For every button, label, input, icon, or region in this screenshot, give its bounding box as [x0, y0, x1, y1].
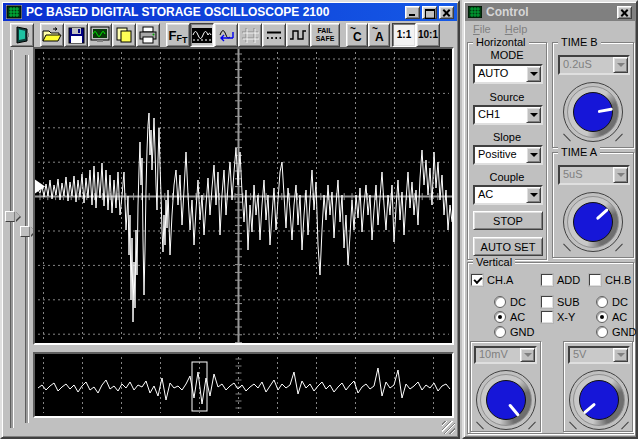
- chb-volts-knob[interactable]: [572, 373, 626, 427]
- cha-ac-radio[interactable]: [494, 311, 506, 323]
- temp-c-button[interactable]: ~ C: [346, 23, 368, 47]
- cha-range-dropdown-button[interactable]: [520, 348, 535, 362]
- main-window: PC BASED DIGITAL STORAGE OSCILLOSCOPE 21…: [0, 0, 460, 439]
- chb-ac-label[interactable]: AC: [612, 311, 627, 323]
- cha-volts-knob[interactable]: [479, 373, 533, 427]
- source-dropdown-button[interactable]: [526, 107, 541, 123]
- resize-grip[interactable]: [442, 421, 455, 434]
- wave-return-arrow-icon: [216, 27, 236, 43]
- control-close-icon[interactable]: [617, 6, 632, 19]
- time-b-combobox[interactable]: 0.2uS: [558, 55, 630, 75]
- horizontal-group-label: Horizontal: [473, 36, 529, 48]
- cha-gnd-label[interactable]: GND: [510, 326, 534, 338]
- time-a-dropdown-button[interactable]: [613, 167, 628, 183]
- cha-dc-radio[interactable]: [494, 296, 506, 308]
- chb-gnd-radio[interactable]: [596, 326, 608, 338]
- stop-button[interactable]: STOP: [473, 211, 543, 230]
- temp-a-button[interactable]: ~ A: [368, 23, 390, 47]
- cha-checkbox-label[interactable]: CH.A: [487, 274, 513, 286]
- print-button[interactable]: [136, 23, 160, 47]
- couple-dropdown-button[interactable]: [526, 187, 541, 203]
- chb-dc-radio[interactable]: [596, 296, 608, 308]
- chb-dc-label[interactable]: DC: [612, 296, 628, 308]
- square-wave-button[interactable]: [286, 23, 310, 47]
- cha-range-value: 10mV: [479, 348, 508, 360]
- failsafe-button[interactable]: FAIL SAFE: [310, 23, 340, 47]
- couple-label: Couple: [468, 171, 546, 183]
- chb-checkbox-label[interactable]: CH.B: [605, 274, 631, 286]
- couple-combobox[interactable]: AC: [473, 185, 543, 205]
- slope-combobox[interactable]: Positive: [473, 145, 543, 165]
- probe-1-1-button[interactable]: 1:1: [392, 23, 416, 47]
- chevron-down-icon: [617, 63, 625, 67]
- maximize-icon[interactable]: [422, 6, 437, 19]
- cha-range-combobox[interactable]: 10mV: [474, 346, 537, 364]
- cha-checkbox[interactable]: [471, 274, 483, 286]
- time-a-combobox[interactable]: 5uS: [558, 165, 630, 185]
- chevron-down-icon: [617, 353, 625, 357]
- close-icon[interactable]: [439, 6, 454, 19]
- auto-set-button[interactable]: AUTO SET: [473, 237, 543, 256]
- printer-icon: [138, 26, 158, 44]
- open-button[interactable]: [40, 23, 64, 47]
- fft-label-t: T: [182, 35, 188, 45]
- add-checkbox-label[interactable]: ADD: [557, 274, 580, 286]
- position-slider-track-2[interactable]: [25, 55, 29, 423]
- main-scope-display: [33, 47, 454, 345]
- chb-gnd-label[interactable]: GND: [612, 326, 636, 338]
- time-b-knob[interactable]: [566, 85, 620, 139]
- copy-button[interactable]: [112, 23, 136, 47]
- mode-dropdown-button[interactable]: [526, 66, 541, 82]
- time-b-dropdown-button[interactable]: [613, 57, 628, 73]
- source-label: Source: [468, 91, 546, 103]
- time-b-group-label: TIME B: [558, 36, 601, 48]
- vertical-group: Vertical CH.A ADD CH.B DC AC GND SUB X-Y…: [467, 262, 634, 434]
- chevron-down-icon: [530, 113, 538, 117]
- position-slider-thumb-2[interactable]: [20, 226, 30, 237]
- cha-gnd-radio[interactable]: [494, 326, 506, 338]
- time-a-knob[interactable]: [566, 195, 620, 249]
- app-icon: [6, 5, 22, 19]
- failsafe-label-1: FAIL: [316, 27, 335, 35]
- cha-panel: 10mV: [470, 341, 541, 432]
- chb-range-dropdown-button[interactable]: [613, 348, 628, 362]
- chb-ac-radio[interactable]: [596, 311, 608, 323]
- mode-value: AUTO: [478, 67, 508, 79]
- chb-range-value: 5V: [573, 348, 586, 360]
- temp-c-label: C: [353, 30, 362, 44]
- probe-10-1-button[interactable]: 10:1: [416, 23, 440, 47]
- mode-combobox[interactable]: AUTO: [473, 64, 543, 84]
- control-window-title: Control: [486, 5, 529, 19]
- grid-button[interactable]: [238, 23, 262, 47]
- save-button[interactable]: [64, 23, 88, 47]
- chevron-down-icon: [530, 193, 538, 197]
- xy-checkbox-label[interactable]: X-Y: [557, 311, 575, 323]
- slope-dropdown-button[interactable]: [526, 147, 541, 163]
- add-checkbox[interactable]: [541, 274, 553, 286]
- sub-checkbox[interactable]: [541, 296, 553, 308]
- dotted-line-button[interactable]: [262, 23, 286, 47]
- exit-button[interactable]: [10, 23, 34, 47]
- chb-range-combobox[interactable]: 5V: [568, 346, 630, 364]
- control-window: Control File Help Horizontal MODE AUTO S…: [462, 0, 638, 439]
- source-combobox[interactable]: CH1: [473, 105, 543, 125]
- position-slider-track-1[interactable]: [10, 50, 14, 428]
- exit-icon: [13, 26, 31, 44]
- sub-checkbox-label[interactable]: SUB: [557, 296, 580, 308]
- waveform-mode-button[interactable]: [190, 23, 214, 47]
- horizontal-group: Horizontal MODE AUTO Source CH1 Slope Po…: [467, 42, 547, 260]
- open-folder-icon: [42, 27, 62, 44]
- fft-button[interactable]: FFT: [166, 23, 190, 47]
- couple-value: AC: [478, 188, 493, 200]
- cha-ac-label[interactable]: AC: [510, 311, 525, 323]
- chevron-down-icon: [617, 173, 625, 177]
- display-button[interactable]: [88, 23, 112, 47]
- stop-button-label: STOP: [493, 215, 523, 227]
- cha-dc-label[interactable]: DC: [510, 296, 526, 308]
- minimize-icon[interactable]: [405, 6, 420, 19]
- auto-set-button-label: AUTO SET: [481, 241, 536, 253]
- position-slider-thumb-1[interactable]: [5, 211, 15, 222]
- xy-checkbox[interactable]: [541, 311, 553, 323]
- single-capture-button[interactable]: [214, 23, 238, 47]
- chb-checkbox[interactable]: [589, 274, 601, 286]
